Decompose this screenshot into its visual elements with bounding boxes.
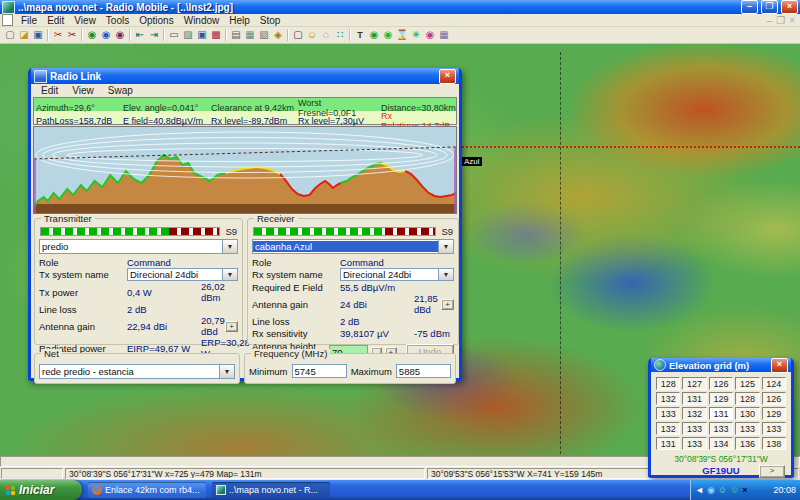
menu-view[interactable]: View (69, 15, 101, 26)
window-icon[interactable]: ▭ (167, 28, 181, 42)
restore-button[interactable]: ❐ (761, 0, 778, 14)
picture-icon[interactable]: ▨ (181, 28, 195, 42)
elevation-next-button[interactable]: > (759, 465, 785, 478)
chevron-down-icon[interactable]: ▼ (222, 240, 237, 253)
elevation-cell[interactable]: 132 (682, 407, 706, 420)
menu-file[interactable]: File (16, 15, 42, 26)
rx-system-combo[interactable]: Direcional 24dbi ▼ (340, 268, 454, 281)
start-button[interactable]: Iniciar (0, 480, 82, 500)
save-picture-icon[interactable]: ▣ (195, 28, 209, 42)
frequency-max-input[interactable]: 5885 (396, 364, 451, 378)
tray-ball-icon[interactable]: ◉ (707, 485, 715, 495)
frequency-min-input[interactable]: 5745 (292, 364, 347, 378)
cut-icon[interactable]: ✂ (51, 28, 65, 42)
elevation-cell[interactable]: 124 (762, 377, 786, 390)
elevation-cell[interactable]: 128 (735, 392, 759, 405)
menu-tools[interactable]: Tools (101, 15, 134, 26)
export-icon[interactable]: ◈ (271, 28, 285, 42)
radio-mobile-app-icon (2, 1, 15, 14)
save-icon[interactable]: ▣ (31, 28, 45, 42)
elevation-cell[interactable]: 126 (709, 377, 733, 390)
cut2-icon[interactable]: ✂ (65, 28, 79, 42)
menu-options[interactable]: Options (134, 15, 178, 26)
selection-icon[interactable]: ◌ (319, 28, 333, 42)
elevation-cell[interactable]: 133 (735, 422, 759, 435)
menu-help[interactable]: Help (224, 15, 255, 26)
arrow-end-icon[interactable]: ⇥ (147, 28, 161, 42)
tx-unit-combo[interactable]: predio ▼ (39, 239, 238, 254)
elevation-cell[interactable]: 130 (735, 407, 759, 420)
arrow-start-icon[interactable]: ⇤ (133, 28, 147, 42)
radio-link-close-button[interactable]: × (439, 69, 456, 84)
hourglass-icon[interactable]: ⌛ (395, 28, 409, 42)
elevation-cell[interactable]: 133 (762, 422, 786, 435)
elevation-cell[interactable]: 125 (735, 377, 759, 390)
chevron-down-icon[interactable]: ▼ (222, 269, 237, 280)
elevation-cell[interactable]: 133 (656, 407, 680, 420)
elevation-cell[interactable]: 136 (735, 437, 759, 450)
text-tool-icon[interactable]: T (353, 28, 367, 42)
minimize-button[interactable]: – (741, 0, 758, 14)
menu-stop[interactable]: Stop (255, 15, 286, 26)
elevation-cell[interactable]: 128 (656, 377, 680, 390)
close-button[interactable]: × (781, 0, 798, 14)
menu-window[interactable]: Window (179, 15, 225, 26)
chevron-down-icon[interactable]: ▼ (219, 365, 234, 378)
tx-power-dbm: 26,02 dBm (201, 281, 238, 303)
new-icon[interactable]: ▢ (3, 28, 17, 42)
copy-icon[interactable]: ▦ (243, 28, 257, 42)
globe-green-icon[interactable]: ◉ (85, 28, 99, 42)
elevation-cell[interactable]: 133 (682, 437, 706, 450)
globe-pink-icon[interactable]: ◉ (423, 28, 437, 42)
child-minimize-button[interactable]: – (767, 15, 773, 26)
tx-gain-plus-button[interactable]: + (225, 321, 238, 332)
elevation-cell[interactable]: 138 (762, 437, 786, 450)
ruler-icon[interactable]: ▦ (437, 28, 451, 42)
tray-messenger2-icon[interactable]: ☺ (730, 485, 739, 495)
elevation-cell[interactable]: 132 (656, 392, 680, 405)
film-icon[interactable]: ▧ (257, 28, 271, 42)
rl-menu-edit[interactable]: Edit (34, 85, 65, 96)
elevation-cell[interactable]: 127 (682, 377, 706, 390)
monitor-icon[interactable]: ▢ (291, 28, 305, 42)
globe-blue-icon[interactable]: ◉ (99, 28, 113, 42)
elevation-grid-close-button[interactable]: × (771, 358, 788, 373)
elevation-cell[interactable]: 131 (682, 392, 706, 405)
elevation-cell[interactable]: 129 (762, 407, 786, 420)
rx-unit-combo[interactable]: cabanha Azul ▼ (252, 239, 454, 254)
net-legend: Net (41, 349, 62, 358)
chevron-down-icon[interactable]: ▼ (438, 240, 453, 253)
user-icon[interactable]: ☺ (305, 28, 319, 42)
elevation-cell[interactable]: 134 (709, 437, 733, 450)
elevation-cell[interactable]: 129 (709, 392, 733, 405)
elevation-cell[interactable]: 126 (762, 392, 786, 405)
rx-gain-plus-button[interactable]: + (441, 299, 454, 310)
rl-menu-view[interactable]: View (65, 85, 101, 96)
elevation-cell[interactable]: 133 (682, 422, 706, 435)
grid-dots-icon[interactable]: ∷ (333, 28, 347, 42)
task-button-browser[interactable]: Enlace 42km com rb4... (88, 482, 206, 498)
rl-menu-swap[interactable]: Swap (101, 85, 140, 96)
elevation-cell[interactable]: 133 (709, 422, 733, 435)
picture-red-icon[interactable]: ▩ (209, 28, 223, 42)
green-ball2-icon[interactable]: ◉ (381, 28, 395, 42)
elevation-cell[interactable]: 131 (656, 437, 680, 450)
open-icon[interactable]: ◪ (17, 28, 31, 42)
menu-edit[interactable]: Edit (42, 15, 69, 26)
star-icon[interactable]: ✳ (409, 28, 423, 42)
elevation-cell-center[interactable]: 131 (709, 407, 733, 420)
elevation-cell[interactable]: 132 (656, 422, 680, 435)
globe-dark-icon[interactable]: ◉ (113, 28, 127, 42)
child-close-button[interactable]: × (789, 15, 795, 26)
chevron-down-icon[interactable]: ▼ (438, 269, 453, 280)
child-restore-button[interactable]: ❐ (776, 15, 785, 26)
green-ball-icon[interactable]: ◉ (367, 28, 381, 42)
tray-chevron-icon[interactable]: ◄ (695, 485, 704, 495)
task-button-radio-mobile[interactable]: ..\mapa novo.net - R... (212, 482, 330, 498)
net-combo[interactable]: rede predio - estancia ▼ (39, 364, 235, 379)
rxlevel-uv-value: Rx level=7,30µV (298, 116, 381, 126)
print-icon[interactable]: ▤ (229, 28, 243, 42)
tx-system-combo[interactable]: Direcional 24dbi ▼ (127, 268, 238, 281)
tray-antivirus-icon[interactable]: × (742, 485, 747, 495)
tray-messenger-icon[interactable]: ☺ (718, 485, 727, 495)
